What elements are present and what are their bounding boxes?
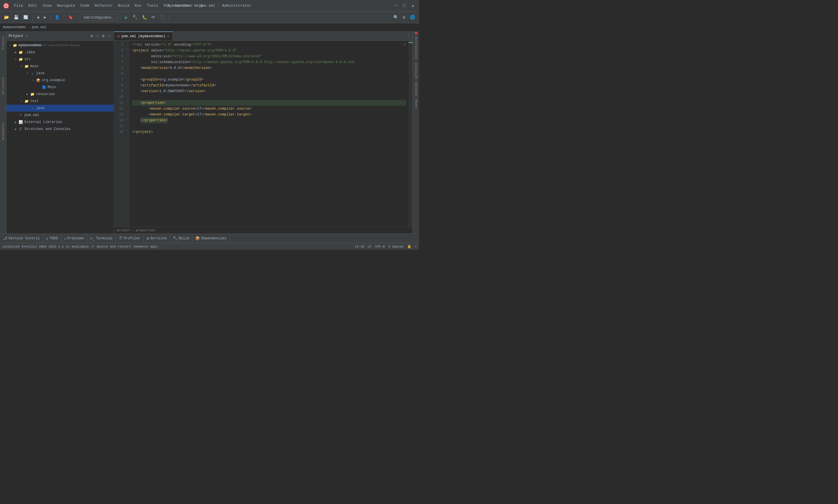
tree-main-java[interactable]: ▾ ☕ java [6, 70, 114, 77]
toolbar-separator-6 [169, 15, 169, 20]
line-num-10: 10 [114, 94, 123, 100]
project-tree: ▾ 📁 mymavendemo D:\JavaSECode\mymav ▶ 📁 … [6, 41, 114, 234]
status-line-ending[interactable]: LF [368, 245, 372, 248]
add-config-button[interactable]: Add Configuration... [80, 14, 118, 21]
breadcrumb-project[interactable]: mymavendemo [3, 25, 26, 29]
idea-name: .idea [24, 50, 35, 54]
terminal-icon: >_ [90, 236, 95, 240]
left-strip-bookmarks-label[interactable]: Bookmarks [1, 121, 5, 142]
tree-resources[interactable]: ▶ 📁 resources [6, 91, 114, 98]
run-button[interactable]: ▶ [123, 13, 129, 21]
tree-test[interactable]: ▾ 📁 test [6, 98, 114, 105]
app-logo [3, 3, 9, 9]
fold-btn-8 [126, 82, 130, 87]
bottom-tab-build[interactable]: 🔨 Build [170, 234, 192, 243]
menu-view[interactable]: View [40, 2, 54, 9]
tree-src[interactable]: ▾ 📁 src [6, 56, 114, 63]
tree-org-example[interactable]: ▾ 📦 org.example [6, 77, 114, 84]
code-line-3: xmlns:xsi="http://www.w3.org/2001/XMLSch… [132, 54, 406, 59]
services-label: Services [150, 236, 167, 240]
open-button[interactable]: 📂 [2, 14, 11, 21]
tab-more-button[interactable]: ⋮ [404, 31, 413, 40]
tab-icon: m [118, 34, 120, 38]
menu-edit[interactable]: Edit [26, 2, 39, 9]
minimize-button[interactable]: − [393, 3, 399, 8]
menu-file[interactable]: File [12, 2, 25, 9]
tree-scratches[interactable]: ▶ 🗒 Scratches and Consoles [6, 126, 114, 132]
right-classilib-label[interactable]: Classilib [414, 61, 418, 80]
footer-breadcrumb-properties[interactable]: properties [136, 229, 155, 232]
menu-tools[interactable]: Tools [144, 2, 160, 9]
forward-button[interactable]: ▶ [42, 14, 48, 21]
editor-tab-pom[interactable]: m pom.xml (mymavendemo) ✕ [114, 31, 173, 40]
right-maven-label[interactable]: Maven [414, 98, 418, 110]
panel-settings-button[interactable]: ⚙ [101, 33, 106, 39]
fold-btn-6 [126, 70, 130, 76]
bottom-tab-problems[interactable]: ⚠ Problems [61, 234, 87, 243]
menu-refactor[interactable]: Refactor [92, 2, 115, 9]
line-num-15: 15 [114, 123, 123, 129]
fold-btn-14[interactable]: ▸ [126, 116, 130, 122]
left-strip-project-label[interactable]: Project [1, 34, 5, 52]
panel-collapse-button[interactable]: — [107, 33, 111, 39]
line-numbers: 1 2 3 4 5 6 7 8 9 10 11 12 13 14 15 16 [114, 41, 126, 227]
fold-btn-3 [126, 52, 130, 58]
user-button[interactable]: 👤 [53, 14, 61, 21]
menu-build[interactable]: Build [116, 2, 132, 9]
bottom-tab-profiler[interactable]: ⏱ Profiler [116, 234, 144, 243]
run-with-coverage-button[interactable]: ⟳ [150, 14, 157, 21]
translate-button[interactable]: 🌐 [408, 14, 417, 21]
close-button[interactable]: ✕ [410, 3, 416, 9]
code-content[interactable]: <?xml version="1.0" encoding="UTF-8"?> <… [130, 41, 409, 227]
left-strip-structure-label[interactable]: Structure [1, 75, 5, 97]
settings-button[interactable]: ⚙ [401, 14, 407, 21]
toolbar-separator-1 [32, 15, 33, 20]
right-notifications-label[interactable]: Notifications [414, 35, 418, 61]
bottom-tab-todo[interactable]: ☑ TODO [43, 234, 61, 243]
line-num-8: 8 [114, 83, 123, 88]
debug-button[interactable]: 🐛 [140, 14, 149, 21]
back-button[interactable]: ◀ [35, 14, 41, 21]
menu-run[interactable]: Run [132, 2, 144, 9]
fold-btn-2[interactable]: ▾ [126, 47, 130, 52]
tab-close-button[interactable]: ✕ [167, 34, 169, 38]
panel-dropdown[interactable]: ▾ [25, 34, 28, 38]
breadcrumb-file[interactable]: pom.xml [32, 25, 46, 29]
bottom-tab-dependencies[interactable]: 📦 Dependencies [192, 234, 229, 243]
xml-pi: <?xml [132, 42, 145, 48]
fold-btn-16[interactable]: ▸ [126, 128, 130, 134]
right-database-label[interactable]: Database [414, 80, 418, 98]
stop-button[interactable]: ⬛ [158, 14, 166, 21]
menu-navigate[interactable]: Navigate [55, 2, 77, 9]
footer-breadcrumb-project[interactable]: project [117, 229, 130, 232]
code-line-2: <project xmlns="http://maven.apache.org/… [132, 48, 406, 54]
build-button[interactable]: 🔨 [131, 14, 139, 21]
tree-test-java[interactable]: ▶ ☕ java [6, 105, 114, 112]
restore-button[interactable]: □ [401, 3, 408, 8]
panel-sort-button[interactable]: ↕ [95, 33, 100, 39]
status-indent[interactable]: 4 spaces [388, 245, 404, 248]
refresh-button[interactable]: 🔄 [21, 14, 30, 21]
fold-btn-11[interactable]: ▾ [126, 99, 130, 105]
menu-code[interactable]: Code [78, 2, 92, 9]
tree-main[interactable]: ▾ 📁 main [6, 63, 114, 70]
status-message: Localized IntelliJ IDEA 2022.1.2 is avai… [2, 245, 158, 248]
tree-main-class[interactable]: ▶ 🔵 Main [6, 84, 114, 91]
bottom-tab-terminal[interactable]: >_ Terminal [87, 234, 116, 243]
tab-bar: m pom.xml (mymavendemo) ✕ ⋮ [114, 31, 413, 41]
status-encoding[interactable]: UTF-8 [375, 245, 385, 248]
bottom-tab-version-control[interactable]: ⎇ Version Control [0, 234, 43, 243]
save-button[interactable]: 💾 [12, 14, 20, 21]
status-line-col[interactable]: 14:18 [355, 245, 364, 248]
main-name: main [30, 64, 39, 68]
bottom-tab-services[interactable]: ⚙ Services [144, 234, 170, 243]
bookmark-button[interactable]: 🔖 [66, 14, 75, 21]
panel-locate-button[interactable]: ⊕ [90, 33, 94, 39]
search-everywhere-button[interactable]: 🔍 [392, 14, 400, 21]
tree-pom[interactable]: ▶ m pom.xml [6, 112, 114, 119]
tree-ext-libs[interactable]: ▶ 📊 External Libraries [6, 119, 114, 126]
code-line-16: </project> [132, 129, 406, 135]
tree-idea[interactable]: ▶ 📁 .idea [6, 49, 114, 56]
java-icon: ☕ [30, 71, 35, 76]
tree-root[interactable]: ▾ 📁 mymavendemo D:\JavaSECode\mymav [6, 42, 114, 49]
